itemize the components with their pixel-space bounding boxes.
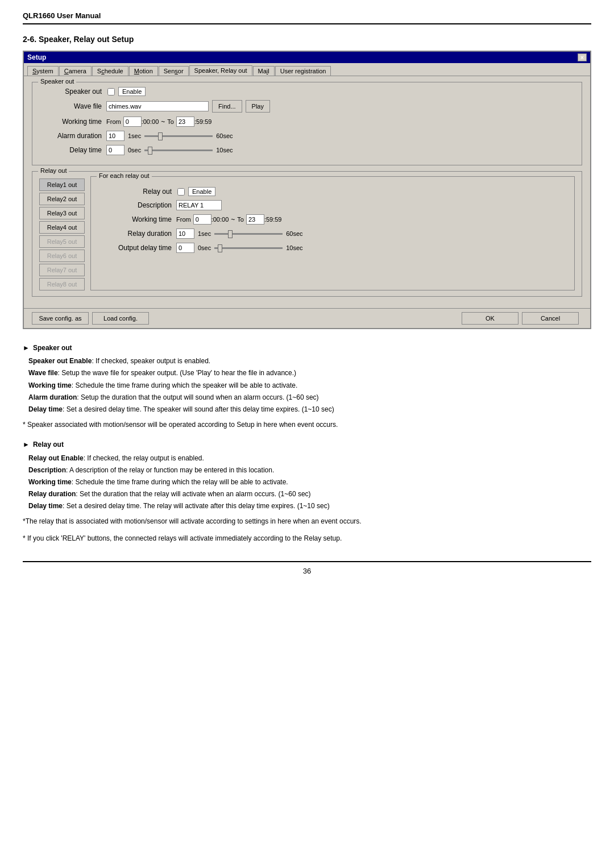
for-each-relay-box: For each relay out Relay out Enable Desc…	[90, 176, 575, 290]
speaker-desc-list: Speaker out Enable: If checked, speaker …	[28, 356, 591, 415]
alarm-duration-input[interactable]	[106, 131, 125, 141]
find-button[interactable]: Find...	[212, 100, 242, 113]
speaker-delay-label: Delay time	[39, 146, 102, 154]
relay7-button[interactable]: Relay7 out	[39, 264, 85, 276]
load-config-button[interactable]: Load config.	[92, 312, 149, 325]
relay-duration-max: 60sec	[286, 230, 302, 237]
speaker-enable-row: Speaker out Enable	[39, 87, 575, 96]
output-delay-slider-thumb[interactable]	[218, 244, 222, 252]
relay4-button[interactable]: Relay4 out	[39, 221, 85, 234]
speaker-enable-checkbox-label: Enable	[118, 87, 146, 96]
speaker-enable-label: Speaker out	[39, 88, 102, 95]
relay-duration-label: Relay duration	[98, 230, 172, 238]
relay-body: Relay1 out Relay2 out Relay3 out Relay4 …	[39, 176, 575, 290]
speaker-desc-item-3: Working time: Schedule the time frame du…	[28, 380, 591, 391]
relay-working-time-row: Working time From :00:00 ~ To :59:59	[98, 214, 567, 225]
relay-to-label: To	[237, 216, 244, 223]
relay-from-label: From	[176, 216, 191, 223]
close-button[interactable]: ×	[578, 53, 587, 61]
description-section: ► Speaker out Speaker out Enable: If che…	[23, 343, 591, 544]
output-delay-row: Output delay time 0sec 10sec	[98, 243, 567, 253]
speaker-delay-input[interactable]	[106, 145, 125, 155]
speaker-to-time-suffix: :59:59	[194, 118, 212, 125]
tab-mail[interactable]: Mail	[253, 66, 275, 76]
speaker-desc-title: Speaker out	[33, 343, 72, 354]
output-delay-max: 10sec	[286, 244, 302, 251]
tab-user-registration[interactable]: User registration	[275, 66, 331, 76]
speaker-arrow-icon: ►	[23, 343, 30, 354]
relay-desc-header: ► Relay out	[23, 439, 591, 450]
save-config-button[interactable]: Save config. as	[32, 312, 89, 325]
alarm-duration-slider-thumb[interactable]	[158, 132, 163, 140]
relay6-button[interactable]: Relay6 out	[39, 250, 85, 262]
setup-titlebar: Setup ×	[24, 52, 590, 63]
relay-duration-input[interactable]	[176, 229, 194, 239]
speaker-desc-item-4: Alarm duration: Setup the duration that …	[28, 392, 591, 403]
speaker-delay-max: 10sec	[216, 147, 233, 153]
relay5-button[interactable]: Relay5 out	[39, 235, 85, 248]
setup-window-title: Setup	[27, 53, 46, 61]
speaker-out-group: Speaker out Speaker out Enable Wave file…	[32, 82, 582, 165]
wave-file-row: Wave file Find... Play	[39, 100, 575, 113]
output-delay-label: Output delay time	[98, 244, 172, 252]
speaker-desc-item-2: Wave file: Setup the wave file for speak…	[28, 368, 591, 379]
speaker-to-label: To	[167, 118, 174, 125]
relay-desc-item-1: Relay out Enable: If checked, the relay …	[28, 453, 591, 464]
alarm-duration-max: 60sec	[216, 132, 233, 139]
relay-description-label: Description	[98, 201, 172, 209]
relay-to-time-suffix: :59:59	[264, 216, 282, 223]
output-delay-input[interactable]	[176, 243, 194, 253]
wave-file-input[interactable]	[106, 101, 209, 111]
tab-sensor[interactable]: Sensor	[159, 66, 189, 76]
relay-to-hour[interactable]	[246, 214, 264, 225]
alarm-duration-label: Alarm duration	[39, 132, 102, 140]
speaker-working-time-label: Working time	[39, 118, 102, 126]
tab-camera[interactable]: Camera	[59, 66, 92, 76]
speaker-tilde: ~	[161, 118, 165, 126]
alarm-duration-slider-track	[144, 135, 213, 137]
relay3-button[interactable]: Relay3 out	[39, 207, 85, 219]
speaker-from-hour[interactable]	[123, 117, 142, 127]
alarm-duration-row: Alarm duration 1sec 60sec	[39, 131, 575, 141]
ok-button[interactable]: OK	[462, 312, 518, 325]
relay2-button[interactable]: Relay2 out	[39, 193, 85, 205]
speaker-desc-header: ► Speaker out	[23, 343, 591, 354]
speaker-to-hour[interactable]	[176, 117, 194, 127]
relay-enable-row: Relay out Enable	[98, 187, 567, 196]
relay-enable-checkbox[interactable]	[177, 188, 185, 196]
speaker-from-time-group: :00:00	[123, 117, 159, 127]
output-delay-slider-container: 0sec 10sec	[198, 244, 303, 251]
tab-speaker-relay[interactable]: Speaker, Relay out	[189, 65, 252, 76]
speaker-enable-checkbox[interactable]	[107, 88, 115, 95]
relay-out-group: Relay out Relay1 out Relay2 out Relay3 o…	[32, 171, 582, 297]
setup-window: Setup × System Camera Schedule Motion Se…	[23, 51, 591, 329]
relay-duration-row: Relay duration 1sec 60sec	[98, 229, 567, 239]
relay8-button[interactable]: Relay8 out	[39, 278, 85, 290]
play-button[interactable]: Play	[246, 100, 270, 113]
speaker-enable-checkbox-group: Enable	[106, 87, 146, 96]
speaker-delay-slider-container: 0sec 10sec	[128, 147, 233, 153]
speaker-delay-slider-thumb[interactable]	[148, 147, 152, 155]
tab-system[interactable]: System	[27, 66, 59, 76]
page-footer: 36	[23, 561, 591, 575]
relay-desc-list: Relay out Enable: If checked, the relay …	[28, 453, 591, 512]
tab-motion[interactable]: Motion	[129, 66, 158, 76]
speaker-from-time-suffix: :00:00	[142, 118, 159, 125]
speaker-from-label: From	[106, 118, 121, 125]
page-number: 36	[303, 567, 311, 575]
relay-desc-item-2: Description: A description of the relay …	[28, 465, 591, 476]
for-each-title: For each relay out	[97, 172, 152, 179]
tab-schedule[interactable]: Schedule	[92, 66, 128, 76]
manual-title: QLR1660 User Manual	[23, 11, 591, 24]
alarm-duration-slider-container: 1sec 60sec	[128, 132, 233, 139]
relay-description-input[interactable]	[176, 200, 222, 210]
relay-enable-checkbox-label: Enable	[188, 187, 215, 196]
relay-from-time-suffix: :00:00	[211, 216, 229, 223]
relay-from-hour[interactable]	[193, 214, 211, 225]
relay-duration-slider-thumb[interactable]	[228, 230, 233, 238]
cancel-button[interactable]: Cancel	[522, 312, 579, 325]
relay-duration-slider-container: 1sec 60sec	[198, 230, 303, 237]
speaker-delay-row: Delay time 0sec 10sec	[39, 145, 575, 155]
relay1-button[interactable]: Relay1 out	[39, 178, 85, 191]
relay-duration-unit: 1sec	[198, 230, 211, 237]
